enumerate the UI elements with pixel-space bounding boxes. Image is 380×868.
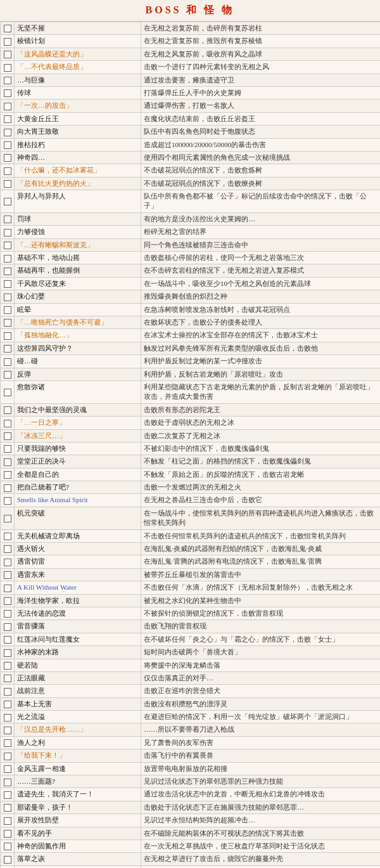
checkbox[interactable] [4,497,11,505]
checkbox-cell [1,212,15,225]
checkbox[interactable] [4,154,11,162]
table-row: 基础不牢，地动山摇击败盔核心停留的岩柱，使同一个无相之岩落地三次 [1,252,381,264]
checkbox[interactable] [4,38,11,46]
checkbox[interactable] [4,817,11,825]
checkbox[interactable] [4,25,11,32]
checkbox[interactable] [4,675,11,682]
checkbox-cell [1,494,15,507]
checkbox[interactable] [4,688,11,696]
achievement-desc: 短时间内击破两个「兽境大首」 [141,646,381,659]
checkbox[interactable] [4,406,11,414]
checkbox[interactable] [4,636,11,644]
checkbox[interactable] [4,445,11,453]
achievement-desc: 在海乱鬼·炎威的武器附有烈焰的情况下，击败海乱鬼·炎威 [141,543,381,555]
checkbox[interactable] [4,294,11,301]
checkbox[interactable] [4,779,11,786]
achievement-name: 向大胃王致敬 [15,126,141,138]
checkbox[interactable] [4,103,11,110]
checkbox-cell [1,543,15,555]
checkbox-cell [1,316,15,328]
checkbox[interactable] [4,268,11,275]
table-row: 遇雷东来被带芥丘丘暴槌引发的落雷击中 [1,568,381,581]
achievement-desc: 在无相之岩复苏前，击碎所有复苏岩柱 [141,22,381,35]
checkbox[interactable] [4,471,11,479]
achievement-desc: 在一次无相之草挑战中，使三枚盘疗草茎同时处于活化状态 [141,840,381,853]
checkbox[interactable] [4,804,11,812]
checkbox[interactable] [4,484,11,492]
achievement-desc: 击败处于虚弱状态的无相之冰 [141,417,381,429]
checkbox[interactable] [4,371,11,379]
checkbox[interactable] [4,180,11,188]
checkbox[interactable] [4,64,11,72]
checkbox[interactable] [4,141,11,149]
checkbox[interactable] [4,229,11,236]
checkbox[interactable] [4,515,11,522]
checkbox-cell [1,329,15,342]
achievement-desc: 击败一个发燃过两次的无相之火 [141,481,381,494]
checkbox[interactable] [4,306,11,314]
checkbox[interactable] [4,545,11,553]
checkbox[interactable] [4,830,11,838]
table-row: 「汉总是先开枪……」……所以不要带着刀进入枪战 [1,723,381,736]
checkbox[interactable] [4,319,11,327]
achievement-name: 正法眼藏 [15,671,141,684]
checkbox[interactable] [4,280,11,288]
achievement-desc: 不击破花冠弱点的情况下，击败愈炼树 [141,164,381,177]
checkbox[interactable] [4,458,11,466]
achievement-name: 「总有比火更灼热的火」 [15,177,141,190]
checkbox[interactable] [4,739,11,747]
table-row: 「…一日之寒」击败处于虚弱状态的无相之冰 [1,417,381,429]
checkbox[interactable] [4,753,11,760]
checkbox[interactable] [4,129,11,136]
table-row: 无坚不摧在无相之岩复苏前，击碎所有复苏岩柱 [1,22,381,35]
checkbox[interactable] [4,77,11,84]
table-row: 那诺曼辛，孩子！击败处于活化状态下正在施展强力技能的翠邻恶罪… [1,801,381,813]
achievement-desc: 击败盔核心停留的岩柱，使同一个无相之岩落地三次 [141,252,381,264]
checkbox[interactable] [4,345,11,353]
checkbox[interactable] [4,597,11,605]
checkbox[interactable] [4,571,11,579]
achievement-desc: 打落爆弹丘丘人手中的火史莱姆 [141,86,381,99]
checkbox[interactable] [4,649,11,657]
checkbox[interactable] [4,242,11,249]
checkbox[interactable] [4,662,11,670]
checkbox[interactable] [4,714,11,722]
checkbox[interactable] [4,585,11,592]
checkbox[interactable] [4,216,11,223]
checkbox[interactable] [4,559,11,566]
achievement-name: 遇火斩火 [15,543,141,555]
checkbox-cell [1,442,15,455]
achievement-name: 无关机械请立即离场 [15,529,141,542]
checkbox[interactable] [4,51,11,58]
table-row: 红莲冰问与红莲魔女在不破坏任何「炎之心」与「霜之心」的情况下，击败「女士」 [1,633,381,645]
boss-table: 无坚不摧在无相之岩复苏前，击碎所有复苏岩柱棱镜计划在无相之雷复苏前，推毁所有复苏… [0,22,380,868]
checkbox[interactable] [4,167,11,175]
checkbox[interactable] [4,856,11,864]
checkbox[interactable] [4,115,11,123]
checkbox[interactable] [4,255,11,262]
achievement-name: 落落磊磊 [15,865,141,868]
checkbox[interactable] [4,358,11,366]
achievement-name: 那诺曼辛，孩子！ [15,801,141,813]
checkbox-cell [1,86,15,99]
achievement-name: 「孤独地融化…」 [15,329,141,342]
checkbox[interactable] [4,420,11,427]
checkbox[interactable] [4,533,11,540]
checkbox[interactable] [4,791,11,799]
checkbox[interactable] [4,623,11,631]
checkbox[interactable] [4,701,11,708]
achievement-desc: 通过攻击活化状态中的龙首，中断无相永幻龙兽的冲锋攻击 [141,788,381,801]
achievement-name: 眩晕 [15,303,141,316]
checkbox[interactable] [4,332,11,340]
checkbox[interactable] [4,765,11,773]
checkbox[interactable] [4,610,11,618]
checkbox[interactable] [4,198,11,205]
checkbox[interactable] [4,843,11,850]
checkbox[interactable] [4,727,11,734]
achievement-name: 全都是自己的 [15,468,141,481]
checkbox[interactable] [4,432,11,440]
checkbox[interactable] [4,389,11,396]
checkbox[interactable] [4,89,11,97]
table-row: 珠心幻婴推毁爆炎舞创造的炽烈之种 [1,290,381,303]
checkbox-cell [1,238,15,251]
